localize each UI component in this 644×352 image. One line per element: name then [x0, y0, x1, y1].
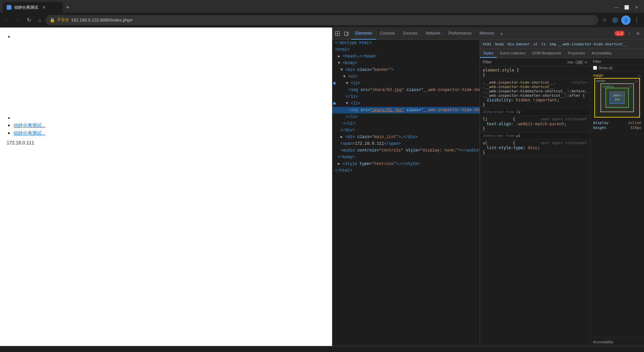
devtools-tab-network[interactable]: Network — [422, 28, 444, 40]
dom-line[interactable]: ▶ <style type="text/css">…</style> — [332, 161, 480, 167]
breadcrumb-html[interactable]: html — [483, 42, 492, 46]
devtools-tab-console[interactable]: Console — [376, 28, 399, 40]
dom-line[interactable]: </li> — [332, 114, 480, 120]
devtools-tab-performance[interactable]: Performance — [444, 28, 476, 40]
box-filter-label: Filter — [593, 59, 601, 63]
dom-line[interactable]: <audio controls="controls" style="displa… — [332, 147, 480, 154]
devtools-settings-button[interactable]: ⋮ — [625, 30, 633, 38]
dom-line[interactable]: <img src="share/02.jpg" class="__web-ins… — [332, 87, 480, 93]
tab-close-icon[interactable]: ✕ — [42, 5, 46, 10]
styles-tab-dom-breakpoints[interactable]: DOM Breakpoints — [529, 49, 565, 58]
filter-add-icon[interactable]: + — [585, 59, 587, 65]
svg-rect-2 — [344, 32, 347, 36]
security-icon: 🔒 — [50, 17, 55, 23]
close-button[interactable]: ✕ — [632, 3, 641, 12]
devtools-panel: Elements Console Sources Network Perform… — [332, 28, 644, 346]
page-ip-text: 172.18.0.111 — [7, 140, 34, 145]
dom-line[interactable]: ▼ <div class="banner"> — [332, 67, 480, 73]
box-margin: border — padding- — — [594, 78, 640, 118]
dom-line[interactable]: <!doctype html> — [332, 40, 480, 46]
minimize-button[interactable]: — — [612, 3, 621, 12]
dom-line[interactable]: ▼ <body> — [332, 60, 480, 67]
svg-rect-3 — [347, 33, 348, 35]
address-url: 192.168.0.131:8080/index.php# — [71, 17, 594, 23]
content-size: 1309 × 319 — [610, 94, 624, 101]
dom-line[interactable]: </ul> — [332, 120, 480, 127]
styles-tab-properties[interactable]: Properties — [565, 49, 588, 58]
styles-tab-event-listeners[interactable]: Event Listeners — [497, 49, 529, 58]
page-content: 动静分离测试... 动静分离测试... 172.18.0.111 — [0, 28, 332, 346]
devtools-device-button[interactable] — [342, 29, 351, 38]
devtools-inspect-button[interactable] — [332, 29, 342, 38]
dom-line[interactable]: ▶ <head>…</head> — [332, 53, 480, 60]
accessibility-label: Accessibility — [593, 340, 613, 344]
inherited-from-ul: Inherited from ul — [480, 133, 590, 139]
box-content: 1309 × 319 — [610, 92, 625, 104]
bookmark-button[interactable]: ☆ — [600, 15, 609, 25]
box-padding: 1309 × 319 — [605, 88, 629, 108]
status-bar — [0, 346, 644, 352]
padding-label: padding- — [602, 85, 614, 88]
devtools-tab-sources[interactable]: Sources — [399, 28, 422, 40]
breadcrumb-img[interactable]: img.__web-inspector-hide-shortcut__ — [549, 42, 627, 46]
forward-button[interactable]: → — [13, 15, 23, 25]
show-all-label: Show all — [598, 66, 612, 70]
dom-tree: <!doctype html> <html> ▶ <head>…</head> … — [332, 40, 480, 346]
margin-dash: — — [638, 74, 641, 77]
browser-menu-button[interactable]: ⋮ — [632, 15, 641, 25]
border-label: border — [596, 79, 605, 83]
dom-line[interactable]: </body> — [332, 154, 480, 161]
dom-line[interactable]: ▼ <li> — [332, 80, 480, 87]
filter-cls[interactable]: .cls — [575, 60, 583, 64]
styles-tab-accessibility[interactable]: Accessibility — [588, 49, 615, 58]
dom-line[interactable]: ▶ <div class="main_list">…</div> — [332, 134, 480, 140]
address-bar[interactable]: 🔒 不安全 192.168.0.131:8080/index.php# — [46, 15, 598, 25]
inherited-from-li: Inherited from li — [480, 109, 590, 116]
tab-favicon — [7, 5, 11, 10]
breadcrumb-div-banner[interactable]: div.banner — [507, 42, 530, 46]
dom-line[interactable]: <span>172.18.0.111</span> — [332, 140, 480, 147]
profile-avatar[interactable]: 👤 — [621, 15, 631, 25]
filter-pseudo[interactable]: :hov — [567, 60, 574, 64]
padding-dash: — — [629, 85, 632, 88]
breadcrumb-ul[interactable]: ul — [533, 42, 538, 46]
refresh-button[interactable]: ↻ — [24, 15, 34, 25]
back-button[interactable]: ← — [3, 15, 12, 25]
box-border: padding- — 1309 × 319 — [600, 83, 634, 112]
dom-breadcrumb: html › body › div.banner › ul › li › img… — [480, 40, 644, 49]
tab-title: 动静分离测试 — [14, 5, 38, 10]
margin-label: margin — [593, 74, 603, 77]
dom-line[interactable]: ▼ <li> — [332, 100, 480, 107]
extension-icon[interactable] — [610, 15, 620, 25]
styles-tab-styles[interactable]: Styles — [480, 49, 497, 58]
border-dash: — — [635, 79, 638, 83]
dom-line[interactable]: </li> — [332, 93, 480, 100]
devtools-tab-elements[interactable]: Elements — [351, 28, 376, 40]
maximize-button[interactable]: ⬜ — [622, 3, 631, 12]
new-tab-button[interactable]: + — [63, 3, 72, 12]
error-badge: ⚠ 2 — [614, 31, 625, 36]
browser-tab-active[interactable]: 动静分离测试 ✕ — [3, 2, 63, 13]
security-label: 不安全 — [57, 17, 69, 23]
home-button[interactable]: ⌂ — [35, 15, 44, 25]
devtools-tab-memory[interactable]: Memory — [476, 28, 498, 40]
devtools-close-button[interactable]: ✕ — [634, 30, 642, 38]
breadcrumb-li[interactable]: li — [541, 42, 546, 46]
filter-label: Filter — [483, 60, 492, 64]
dom-line[interactable]: </html> — [332, 167, 480, 174]
page-link-2[interactable]: 动静分离测试... — [13, 130, 46, 136]
dom-line-selected[interactable]: <img src="share/01.jpg" class="__web-ins… — [332, 107, 480, 114]
dom-line[interactable]: </div> — [332, 127, 480, 134]
breadcrumb-body[interactable]: body — [495, 42, 504, 46]
show-all-checkbox[interactable] — [593, 66, 597, 70]
computed-props: display inline height 319px — [593, 120, 641, 130]
dom-line[interactable]: ▼ <ul> — [332, 73, 480, 80]
page-link-1[interactable]: 动静分离测试... — [13, 123, 46, 128]
dom-line[interactable]: <html> — [332, 46, 480, 53]
devtools-tab-more[interactable]: » — [498, 28, 505, 40]
